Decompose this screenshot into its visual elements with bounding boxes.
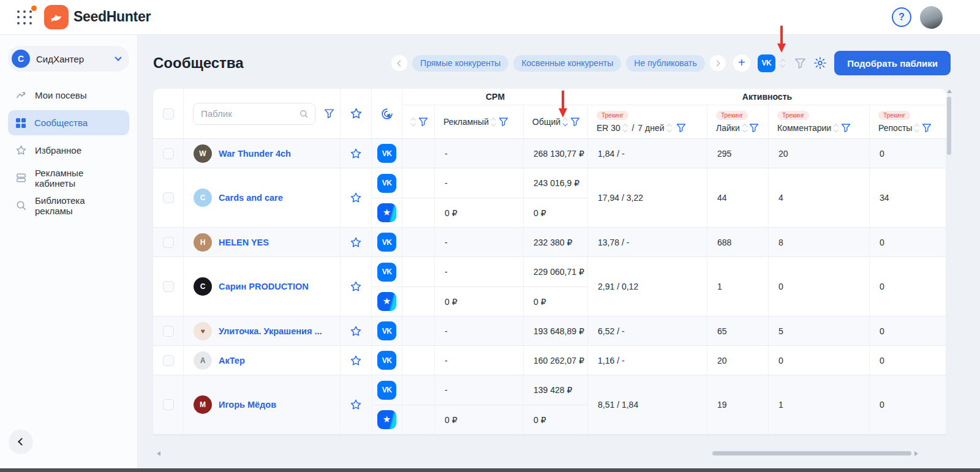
likes-value: 44 (707, 168, 769, 227)
horizontal-scroll-right-arrow[interactable] (914, 451, 918, 456)
sidebar-item-ad-library[interactable]: Библиотека рекламы (8, 193, 129, 218)
horizontal-scroll-left-arrow[interactable] (157, 451, 160, 456)
community-name-link[interactable]: War Thunder 4ch (219, 149, 291, 159)
row-checkbox[interactable] (163, 326, 174, 337)
cpm-ad-value: 0 ₽ (435, 198, 524, 227)
platform-column-icon[interactable] (380, 107, 394, 121)
workspace-switcher[interactable]: С СидХантер (8, 46, 129, 72)
filter-icon[interactable] (676, 123, 686, 133)
table-settings-button[interactable] (813, 56, 827, 70)
er-value: 1,16 / - (588, 346, 707, 375)
filter-icon[interactable] (841, 123, 851, 133)
chips-scroll-left-button[interactable] (391, 55, 407, 71)
favorite-star-button[interactable] (350, 148, 362, 160)
community-name-link[interactable]: АкТер (219, 356, 245, 365)
row-checkbox[interactable] (163, 399, 174, 410)
vk-platform-icon[interactable]: VK (377, 233, 396, 252)
community-name-link[interactable]: Улиточка. Украшения ... (219, 326, 322, 336)
sidebar-item-communities[interactable]: Сообщества (8, 110, 129, 135)
chevron-left-icon (18, 438, 26, 446)
help-button[interactable]: ? (892, 7, 911, 27)
sidebar-item-label: Мои посевы (35, 90, 87, 100)
row-checkbox[interactable] (163, 237, 174, 248)
vk-platform-icon[interactable]: VK (377, 381, 396, 400)
sort-icon[interactable] (668, 125, 671, 132)
favorite-star-button[interactable] (350, 325, 362, 337)
sort-icon[interactable] (412, 119, 415, 125)
sidebar-collapse-button[interactable] (9, 430, 32, 453)
name-filter-icon[interactable] (324, 108, 334, 119)
tag-chip[interactable]: Не публиковать (626, 55, 704, 72)
toolbar-filter-button[interactable] (794, 58, 806, 69)
user-avatar[interactable] (920, 6, 943, 29)
star-platform-icon[interactable] (377, 410, 396, 429)
comments-value: 4 (769, 168, 870, 227)
sort-icon[interactable] (624, 125, 627, 132)
sidebar-item-my-seedings[interactable]: Мои посевы (8, 83, 129, 108)
community-search-input[interactable] (201, 108, 299, 119)
vk-platform-icon[interactable]: VK (377, 321, 396, 340)
row-checkbox[interactable] (163, 148, 174, 159)
horizontal-scrollbar[interactable] (712, 451, 911, 455)
chevron-down-icon (115, 54, 121, 61)
filter-icon[interactable] (749, 123, 759, 133)
comments-value: 20 (769, 139, 870, 168)
community-name-link[interactable]: Игорь Мёдов (219, 400, 276, 410)
vk-platform-icon[interactable]: VK (377, 351, 396, 370)
filter-icon[interactable] (922, 123, 932, 133)
favorites-column-icon[interactable] (350, 107, 363, 120)
sidebar-item-favorites[interactable]: Избранное (8, 138, 129, 163)
vk-platform-icon[interactable]: VK (377, 263, 396, 282)
tag-chip[interactable]: Прямые конкуренты (412, 55, 508, 72)
app-grid-icon[interactable] (17, 10, 33, 25)
cpm-total-value: 0 ₽ (524, 405, 588, 434)
community-name-link[interactable]: HELEN YES (219, 238, 269, 247)
column-label: Репосты (878, 123, 912, 133)
community-avatar: М (194, 395, 212, 414)
sort-icon-active-desc[interactable] (564, 119, 567, 125)
er-value: 6,52 / - (588, 317, 707, 345)
vk-platform-icon: VK (758, 54, 775, 72)
filter-icon[interactable] (418, 117, 428, 127)
row-checkbox[interactable] (163, 281, 174, 292)
comments-value: 1 (769, 375, 870, 434)
grid-icon (15, 118, 26, 129)
filter-icon[interactable] (570, 117, 580, 127)
page-title: Сообщества (153, 54, 244, 72)
vertical-scroll-up-arrow[interactable] (947, 89, 952, 93)
column-label: 7 дней (638, 123, 664, 133)
vk-platform-icon[interactable]: VK (377, 144, 396, 163)
favorite-star-button[interactable] (350, 399, 362, 411)
community-name-link[interactable]: Сарин PRODUCTION (219, 282, 309, 291)
sort-icon[interactable] (834, 125, 838, 132)
vertical-scrollbar[interactable] (947, 97, 951, 155)
sort-icon[interactable] (915, 125, 919, 132)
annotation-arrow-platform-select (777, 26, 786, 54)
row-checkbox[interactable] (163, 355, 174, 366)
sort-icon[interactable] (743, 125, 747, 132)
cpm-ad-value: 0 ₽ (435, 287, 524, 316)
column-header-likes: Трекинг Лайки (707, 105, 769, 138)
favorite-star-button[interactable] (350, 354, 362, 367)
chips-scroll-right-button[interactable] (710, 55, 726, 71)
add-tag-button[interactable]: + (733, 54, 750, 72)
seedhunter-logo-icon[interactable] (44, 5, 69, 29)
chevron-left-icon (397, 60, 403, 66)
vk-platform-icon[interactable]: VK (377, 174, 396, 193)
select-publics-button[interactable]: Подобрать паблики (834, 51, 951, 75)
platform-select[interactable]: VK (758, 54, 788, 72)
row-checkbox[interactable] (163, 192, 174, 203)
star-platform-icon[interactable] (377, 292, 396, 311)
select-all-checkbox[interactable] (163, 108, 174, 119)
favorite-star-button[interactable] (350, 280, 362, 293)
sidebar-item-ad-accounts[interactable]: Рекламные кабинеты (8, 165, 129, 190)
star-platform-icon[interactable] (377, 203, 396, 222)
favorite-star-button[interactable] (350, 192, 362, 204)
tag-chip[interactable]: Косвенные конкуренты (513, 55, 621, 72)
favorite-star-button[interactable] (350, 236, 362, 249)
community-name-link[interactable]: Cards and care (219, 193, 283, 203)
filter-icon[interactable] (499, 117, 508, 127)
sort-icon[interactable] (492, 119, 496, 125)
cards-icon (15, 172, 27, 184)
cpm-ad-value: - (435, 228, 524, 257)
